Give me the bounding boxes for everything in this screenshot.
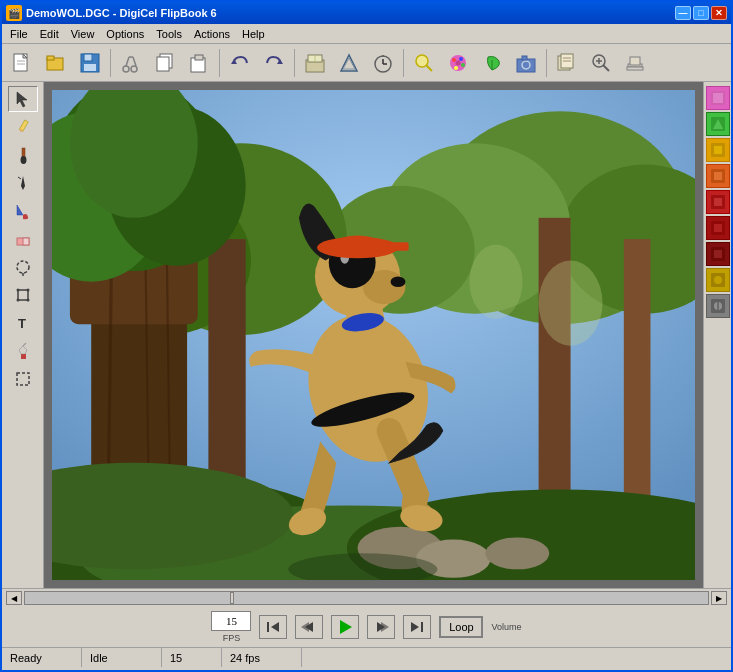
copy-button[interactable] <box>149 48 181 78</box>
palette-button[interactable] <box>442 48 474 78</box>
maximize-button[interactable]: □ <box>693 6 709 20</box>
status-fps: 24 fps <box>222 648 302 667</box>
brush-tool[interactable] <box>8 142 38 168</box>
minimize-button[interactable]: — <box>675 6 691 20</box>
app-icon: 🎬 <box>6 5 22 21</box>
menu-edit[interactable]: Edit <box>34 27 65 41</box>
paste-button[interactable] <box>183 48 215 78</box>
canvas-frame[interactable] <box>52 90 695 580</box>
scroll-right-button[interactable]: ▶ <box>711 591 727 605</box>
scrollbar-area: ◀ ▶ <box>2 589 731 607</box>
scroll-track[interactable] <box>24 591 709 605</box>
text-tool[interactable]: T <box>8 310 38 336</box>
svg-rect-123 <box>714 198 722 206</box>
svg-point-11 <box>131 66 137 72</box>
svg-rect-106 <box>387 242 408 251</box>
prev-frame-button[interactable] <box>295 615 323 639</box>
svg-line-47 <box>603 65 609 71</box>
play-button[interactable] <box>331 615 359 639</box>
right-toolbar <box>703 82 731 588</box>
rt-btn-2[interactable] <box>706 112 730 136</box>
undo-button[interactable] <box>224 48 256 78</box>
leaf-button[interactable] <box>476 48 508 78</box>
status-bar: Ready Idle 15 24 fps <box>2 647 731 667</box>
rt-btn-7[interactable] <box>706 242 730 266</box>
lasso-tool[interactable] <box>8 254 38 280</box>
svg-point-66 <box>16 299 19 302</box>
search-button[interactable] <box>408 48 440 78</box>
crop-tool[interactable] <box>8 282 38 308</box>
close-button[interactable]: ✕ <box>711 6 727 20</box>
last-frame-button[interactable] <box>403 615 431 639</box>
menu-actions[interactable]: Actions <box>188 27 236 41</box>
open-button[interactable] <box>40 48 72 78</box>
svg-point-33 <box>452 58 456 62</box>
svg-rect-125 <box>714 224 722 232</box>
menu-options[interactable]: Options <box>100 27 150 41</box>
pencil-tool[interactable] <box>8 114 38 140</box>
svg-point-112 <box>539 260 603 345</box>
status-idle: Idle <box>82 648 162 667</box>
title-bar: 🎬 DemoWOL.DGC - DigiCel FlipBook 6 — □ ✕ <box>2 2 731 24</box>
main-toolbar <box>2 44 731 82</box>
lightbox-button[interactable] <box>299 48 331 78</box>
menu-tools[interactable]: Tools <box>150 27 188 41</box>
menu-file[interactable]: File <box>4 27 34 41</box>
scroll-left-button[interactable]: ◀ <box>6 591 22 605</box>
redo-button[interactable] <box>258 48 290 78</box>
camera-button[interactable] <box>510 48 542 78</box>
svg-rect-71 <box>17 373 29 385</box>
left-toolbar: T <box>2 82 44 588</box>
rt-btn-5[interactable] <box>706 190 730 214</box>
new-button[interactable] <box>6 48 38 78</box>
cut-button[interactable] <box>115 48 147 78</box>
svg-text:T: T <box>18 316 26 331</box>
frames-button[interactable] <box>551 48 583 78</box>
rt-btn-1[interactable] <box>706 86 730 110</box>
fps-input[interactable] <box>211 611 251 631</box>
svg-rect-7 <box>84 54 92 61</box>
svg-point-35 <box>461 63 465 67</box>
svg-marker-137 <box>340 620 352 634</box>
svg-point-65 <box>26 289 29 292</box>
stamp-button[interactable] <box>619 48 651 78</box>
svg-rect-127 <box>714 250 722 258</box>
svg-marker-136 <box>301 622 309 632</box>
svg-rect-51 <box>630 57 640 65</box>
fill-tool[interactable] <box>8 198 38 224</box>
select-tool[interactable] <box>8 86 38 112</box>
svg-marker-19 <box>231 59 237 64</box>
main-window: 🎬 DemoWOL.DGC - DigiCel FlipBook 6 — □ ✕… <box>0 0 733 672</box>
ink-tool[interactable] <box>8 170 38 196</box>
svg-rect-133 <box>267 622 269 632</box>
save-button[interactable] <box>74 48 106 78</box>
svg-line-13 <box>133 57 136 66</box>
eraser-tool[interactable] <box>8 226 38 252</box>
svg-line-12 <box>126 57 129 66</box>
rt-btn-4[interactable] <box>706 164 730 188</box>
rt-btn-8[interactable] <box>706 268 730 292</box>
menu-help[interactable]: Help <box>236 27 271 41</box>
next-frame-button[interactable] <box>367 615 395 639</box>
animation-canvas[interactable] <box>52 90 695 580</box>
svg-point-61 <box>17 261 29 273</box>
eyedrop-tool[interactable] <box>8 338 38 364</box>
svg-marker-53 <box>17 92 27 107</box>
rt-btn-9[interactable] <box>706 294 730 318</box>
svg-rect-16 <box>157 57 169 71</box>
zoom-button[interactable] <box>585 48 617 78</box>
menu-view[interactable]: View <box>65 27 101 41</box>
rt-btn-6[interactable] <box>706 216 730 240</box>
loop-button[interactable]: Loop <box>439 616 483 638</box>
dotted-rect-tool[interactable] <box>8 366 38 392</box>
svg-line-70 <box>23 343 26 346</box>
onion-button[interactable] <box>333 48 365 78</box>
scroll-thumb[interactable] <box>230 592 234 604</box>
svg-rect-69 <box>21 354 26 359</box>
first-frame-button[interactable] <box>259 615 287 639</box>
rt-btn-3[interactable] <box>706 138 730 162</box>
volume-label: Volume <box>491 622 521 632</box>
svg-point-64 <box>16 289 19 292</box>
timer-button[interactable] <box>367 48 399 78</box>
svg-point-34 <box>459 57 463 61</box>
